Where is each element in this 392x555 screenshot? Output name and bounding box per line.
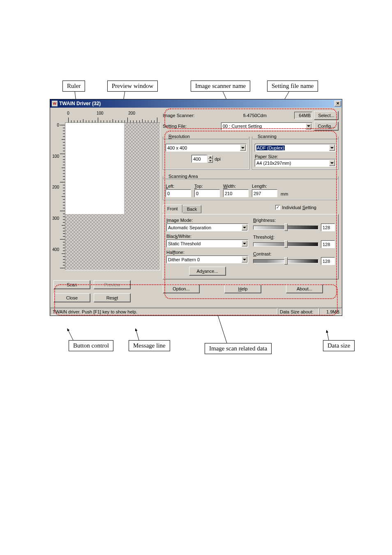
callout-image-scanner-name: Image scanner name [191,81,250,92]
contrast-label: Contrast: [253,251,335,256]
config-button[interactable]: Config... [314,122,339,131]
titlebar: W TWAIN Driver (32) ✕ [50,99,342,108]
callout-setting-file-name: Setting file name [267,81,318,92]
image-scanner-label: Image Scanner: [163,113,203,118]
unit-label: mm [281,191,288,197]
spin-up-icon[interactable] [208,155,213,159]
paper-size-select[interactable]: A4 (210x297mm) [255,159,336,167]
chevron-down-icon [329,160,335,166]
threshold-slider[interactable] [253,241,318,248]
tab-front[interactable]: Front [163,205,182,213]
tab-back[interactable]: Back [182,205,201,213]
callout-message-line: Message line [129,340,170,351]
brightness-label: Brightness: [253,218,335,223]
spin-down-icon[interactable] [208,159,213,163]
svg-line-5 [136,329,139,340]
window-title: TWAIN Driver (32) [59,101,334,106]
callout-data-size: Data size [323,340,355,351]
halftone-label: Halftone: [166,250,248,255]
preview-window[interactable] [65,122,160,270]
datasize-value: 1.9MB [319,308,341,315]
resolution-spin[interactable]: 400 [191,155,213,163]
dpi-label: dpi [214,157,221,161]
close-button[interactable]: Close [53,293,90,302]
callout-button-control: Button control [69,340,113,351]
select-button[interactable]: Select... [314,111,339,120]
svg-line-4 [67,329,73,340]
datasize-label: Data Size about: [278,308,319,315]
preview-page [65,123,124,214]
callout-image-scan-related-data: Image scan related data [205,343,272,354]
left-label: Left: [166,184,191,189]
contrast-slider[interactable] [253,258,318,265]
advance-button[interactable]: Advance... [189,267,226,276]
callout-preview-window: Preview window [107,81,158,92]
chevron-down-icon [242,256,247,263]
width-label: Width: [223,184,249,189]
top-label: Top: [194,184,220,189]
scanning-group: Scanning ADF (Duplex) Paper Size: A4 (21… [252,134,339,170]
status-bar: TWAIN driver. Push [F1] key to show help… [50,307,342,315]
callout-ruler: Ruler [62,81,85,92]
top-input[interactable]: 0 [194,189,220,197]
preview-button[interactable]: Preview [94,280,131,289]
image-mode-label: Image Mode: [166,218,248,223]
close-icon[interactable]: ✕ [334,101,341,106]
about-button[interactable]: About... [286,284,323,293]
scan-button[interactable]: Scan [53,280,90,289]
resolution-group: Resolution 400 x 400 400 dpi [163,134,249,170]
length-input[interactable]: 297 [252,189,277,197]
setting-file-label: Setting File: [163,124,203,129]
chevron-down-icon [329,145,335,151]
ruler-vertical: 0100200300400 [53,122,65,270]
scanning-type-select[interactable]: ADF (Duplex) [255,144,336,152]
length-label: Length: [252,184,277,189]
status-message: TWAIN driver. Push [F1] key to show help… [51,308,277,315]
chevron-down-icon [242,224,247,230]
paper-size-label: Paper Size: [255,154,336,159]
contrast-value[interactable]: 128 [321,257,335,265]
brightness-value[interactable]: 128 [321,223,335,231]
image-scanner-value: fi-4750Cdm [243,113,293,118]
app-icon: W [52,101,58,106]
ruler-horizontal: 0100200 [65,111,160,122]
setting-file-select[interactable]: 00 : Current Setting [221,122,312,130]
chevron-down-icon [240,145,246,151]
brightness-slider[interactable] [253,224,318,231]
left-input[interactable]: 0 [166,189,191,197]
scanning-area-group: Scanning Area Left: 0 Top: 0 Width: 210 [163,174,339,200]
resolution-select[interactable]: 400 x 400 [166,144,247,152]
front-tab-panel: Image Mode: Automatic Separation Black/W… [163,214,339,279]
threshold-label: Threshold: [253,235,335,240]
memory-value: 64MB [294,112,312,119]
chevron-down-icon [306,123,311,129]
svg-line-7 [327,330,329,340]
reset-button[interactable]: Reset [94,293,131,302]
help-button[interactable]: Help [224,284,261,293]
individual-setting-checkbox[interactable]: ✓ Individual Setting [275,205,316,210]
halftone-select[interactable]: Dither Pattern 0 [166,256,248,263]
width-input[interactable]: 210 [223,189,249,197]
chevron-down-icon [242,240,247,246]
blackwhite-select[interactable]: Static Threshold [166,240,248,247]
image-mode-select[interactable]: Automatic Separation [166,223,248,231]
blackwhite-label: Black/White: [166,234,248,239]
threshold-value[interactable]: 128 [321,240,335,248]
option-button[interactable]: Option... [163,284,200,293]
twain-driver-window: W TWAIN Driver (32) ✕ 0100200 0100200300… [50,99,342,316]
